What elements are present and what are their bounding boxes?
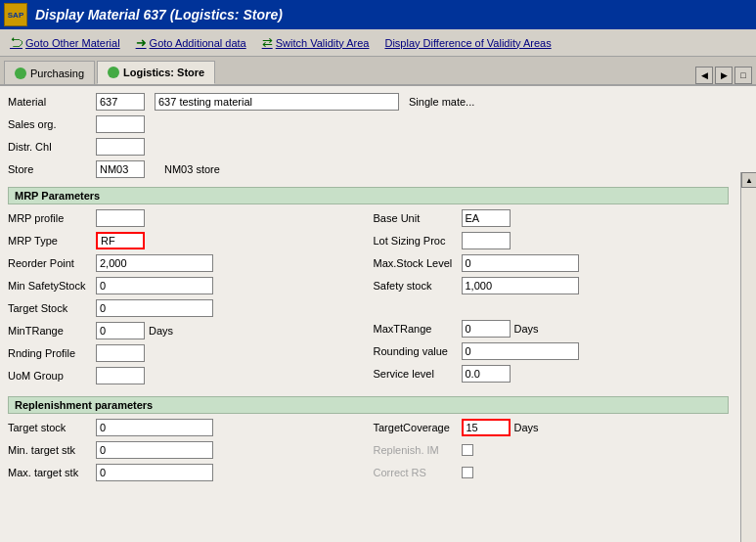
min-trange-label: MinTRange	[8, 325, 96, 337]
store-desc: NM03 store	[164, 163, 220, 175]
mrp-profile-row: MRP profile	[8, 208, 364, 228]
target-stock-label: Target Stock	[8, 302, 96, 314]
mrp-type-input[interactable]	[96, 232, 145, 249]
replenish-section-header: Replenishment parameters	[8, 396, 729, 414]
max-target-stk-row: Max. target stk	[8, 463, 364, 482]
correct-rs-checkbox[interactable]	[462, 467, 473, 478]
content-inner: Material Single mate... Sales org. Distr…	[8, 92, 748, 485]
sap-icon: SAP	[4, 3, 27, 26]
reorder-point-label: Reorder Point	[8, 257, 96, 269]
mrp-profile-label: MRP profile	[8, 212, 96, 224]
min-target-stk-label: Min. target stk	[8, 444, 96, 456]
mrp-profile-input[interactable]	[96, 209, 145, 227]
store-row: Store NM03 store	[8, 159, 729, 179]
target-coverage-unit: Days	[514, 422, 539, 433]
replenish-right-col: TargetCoverage Days Replenish. IM Correc…	[374, 418, 730, 485]
toolbar: ⮌ Goto Other Material ➜ Goto Additional …	[0, 29, 756, 57]
replenish-im-checkbox[interactable]	[462, 444, 473, 456]
replenish-params: Target stock Min. target stk Max. target…	[8, 418, 729, 485]
reorder-point-row: Reorder Point	[8, 253, 364, 273]
tab-logistics-store-label: Logistics: Store	[123, 67, 204, 78]
min-safety-row: Min SafetyStock	[8, 276, 364, 295]
max-trange-row: MaxTRange Days	[374, 319, 730, 339]
content-area: Material Single mate... Sales org. Distr…	[0, 86, 756, 542]
target-coverage-label: TargetCoverage	[374, 422, 462, 433]
target-stock-input[interactable]	[96, 299, 213, 317]
tab-navigation: ◀ ▶ □	[695, 67, 752, 84]
window-title: Display Material 637 (Logistics: Store)	[35, 7, 283, 23]
material-header-section: Material Single mate... Sales org. Distr…	[8, 92, 729, 179]
service-level-row: Service level	[374, 364, 730, 384]
target-stock-row: Target Stock	[8, 298, 364, 318]
goto-additional-data-button[interactable]: ➜ Goto Additional data	[130, 32, 252, 53]
tab-purchasing-label: Purchasing	[30, 68, 84, 79]
target-coverage-input[interactable]	[462, 419, 511, 436]
rnding-profile-label: Rnding Profile	[8, 347, 96, 359]
material-desc-input[interactable]	[155, 93, 399, 111]
min-safety-label: Min SafetyStock	[8, 280, 96, 292]
switch-validity-area-button[interactable]: ⇄ Switch Validity Area	[256, 32, 376, 53]
safety-stock-input[interactable]	[462, 277, 579, 294]
tab-next-button[interactable]: ▶	[715, 67, 733, 84]
target-coverage-row: TargetCoverage Days	[374, 418, 730, 437]
material-type: Single mate...	[409, 96, 474, 108]
rounding-value-label: Rounding value	[374, 345, 462, 357]
store-label: Store	[8, 163, 96, 175]
tabs-bar: Purchasing Logistics: Store ◀ ▶ □	[0, 57, 756, 86]
base-unit-row: Base Unit	[374, 208, 730, 228]
max-target-stk-input[interactable]	[96, 464, 213, 481]
tab-logistics-store[interactable]: Logistics: Store	[97, 61, 215, 84]
replenish-target-stock-input[interactable]	[96, 419, 213, 436]
max-stock-input[interactable]	[462, 254, 579, 272]
tab-purchasing[interactable]: Purchasing	[4, 61, 95, 84]
mrp-params: MRP profile MRP Type Reorder Point Min S…	[8, 208, 729, 388]
main-wrapper: Material Single mate... Sales org. Distr…	[0, 86, 756, 542]
service-level-input[interactable]	[462, 365, 511, 383]
base-unit-input[interactable]	[462, 209, 511, 227]
replenish-target-stock-row: Target stock	[8, 418, 364, 437]
goto-other-material-button[interactable]: ⮌ Goto Other Material	[4, 32, 126, 53]
lot-sizing-input[interactable]	[462, 232, 511, 249]
tab-check-icon2	[108, 67, 119, 78]
min-target-stk-row: Min. target stk	[8, 440, 364, 460]
display-difference-label: Display Difference of Validity Areas	[384, 37, 551, 49]
max-stock-row: Max.Stock Level	[374, 253, 730, 273]
material-input[interactable]	[96, 93, 145, 111]
min-trange-input[interactable]	[96, 322, 145, 339]
replenish-im-row: Replenish. IM	[374, 440, 730, 460]
tab-prev-button[interactable]: ◀	[695, 67, 713, 84]
tab-maximize-button[interactable]: □	[734, 67, 752, 84]
correct-rs-label: Correct RS	[374, 467, 462, 478]
max-trange-input[interactable]	[462, 320, 511, 338]
min-trange-unit: Days	[149, 325, 173, 337]
goto-other-material-label: Goto Other Material	[25, 37, 120, 49]
distr-chl-row: Distr. Chl	[8, 137, 729, 157]
scroll-up-button[interactable]: ▲	[741, 172, 756, 188]
safety-stock-label: Safety stock	[374, 280, 462, 292]
replenish-im-label: Replenish. IM	[374, 444, 462, 456]
store-input[interactable]	[96, 160, 145, 178]
mrp-type-row: MRP Type	[8, 231, 364, 250]
mrp-type-label: MRP Type	[8, 235, 96, 247]
rnding-profile-input[interactable]	[96, 344, 145, 362]
scroll-track[interactable]	[741, 188, 756, 542]
base-unit-label: Base Unit	[374, 212, 462, 224]
scrollbar: ▲ ▼ ⊞	[740, 172, 756, 542]
distr-chl-input[interactable]	[96, 138, 145, 156]
uom-group-input[interactable]	[96, 367, 145, 384]
mrp-right-col: Base Unit Lot Sizing Proc Max.Stock Leve…	[374, 208, 730, 388]
min-target-stk-input[interactable]	[96, 441, 213, 459]
reorder-point-input[interactable]	[96, 254, 213, 272]
rounding-value-input[interactable]	[462, 342, 579, 360]
replenish-left-col: Target stock Min. target stk Max. target…	[8, 418, 364, 485]
uom-group-row: UoM Group	[8, 366, 364, 385]
min-safety-input[interactable]	[96, 277, 213, 294]
title-bar: SAP Display Material 637 (Logistics: Sto…	[0, 0, 756, 29]
sales-org-input[interactable]	[96, 115, 145, 133]
service-level-label: Service level	[374, 368, 462, 380]
rounding-value-row: Rounding value	[374, 341, 730, 361]
display-difference-button[interactable]: Display Difference of Validity Areas	[378, 34, 556, 52]
mrp-section-header: MRP Parameters	[8, 187, 729, 204]
sales-org-label: Sales org.	[8, 118, 96, 130]
lot-sizing-row: Lot Sizing Proc	[374, 231, 730, 250]
